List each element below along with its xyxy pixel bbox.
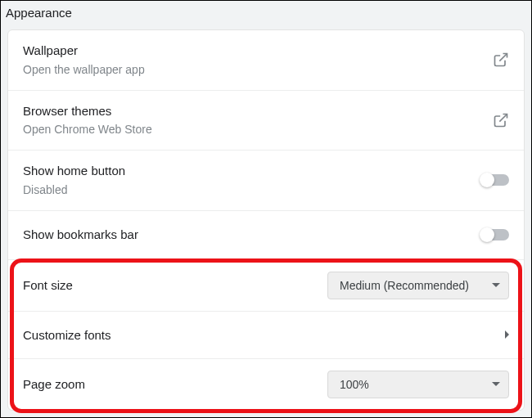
bookmarks-bar-toggle[interactable]	[481, 229, 509, 240]
appearance-card: Wallpaper Open the wallpaper app Browser…	[7, 29, 525, 411]
font-size-row: Font size Medium (Recommended)	[8, 260, 524, 312]
chevron-down-icon	[492, 382, 500, 386]
page-zoom-title: Page zoom	[23, 377, 85, 391]
page-zoom-dropdown[interactable]: 100%	[327, 371, 509, 398]
home-button-title: Show home button	[23, 162, 481, 181]
bookmarks-bar-title: Show bookmarks bar	[23, 226, 481, 245]
home-button-subtitle: Disabled	[23, 182, 481, 199]
customize-fonts-row[interactable]: Customize fonts	[8, 312, 524, 359]
chevron-right-icon	[505, 330, 509, 339]
section-title: Appearance	[1, 1, 531, 29]
wallpaper-subtitle: Open the wallpaper app	[23, 61, 493, 79]
home-button-row: Show home button Disabled	[8, 151, 524, 211]
font-size-value: Medium (Recommended)	[340, 279, 469, 292]
themes-title: Browser themes	[23, 102, 493, 121]
customize-fonts-title: Customize fonts	[23, 328, 111, 342]
page-zoom-row: Page zoom 100%	[8, 359, 524, 410]
themes-subtitle: Open Chrome Web Store	[23, 121, 493, 138]
external-link-icon	[493, 52, 509, 68]
home-button-toggle[interactable]	[481, 174, 509, 186]
highlighted-group: Font size Medium (Recommended) Customize…	[8, 260, 524, 410]
themes-row[interactable]: Browser themes Open Chrome Web Store	[8, 91, 524, 151]
wallpaper-title: Wallpaper	[23, 42, 493, 61]
font-size-title: Font size	[23, 278, 73, 292]
svg-line-0	[499, 54, 507, 61]
font-size-dropdown[interactable]: Medium (Recommended)	[327, 272, 509, 299]
svg-line-1	[499, 114, 507, 121]
bookmarks-bar-row: Show bookmarks bar	[8, 211, 524, 260]
external-link-icon	[493, 112, 509, 128]
page-zoom-value: 100%	[340, 378, 369, 391]
chevron-down-icon	[492, 283, 500, 287]
wallpaper-row[interactable]: Wallpaper Open the wallpaper app	[8, 30, 524, 91]
